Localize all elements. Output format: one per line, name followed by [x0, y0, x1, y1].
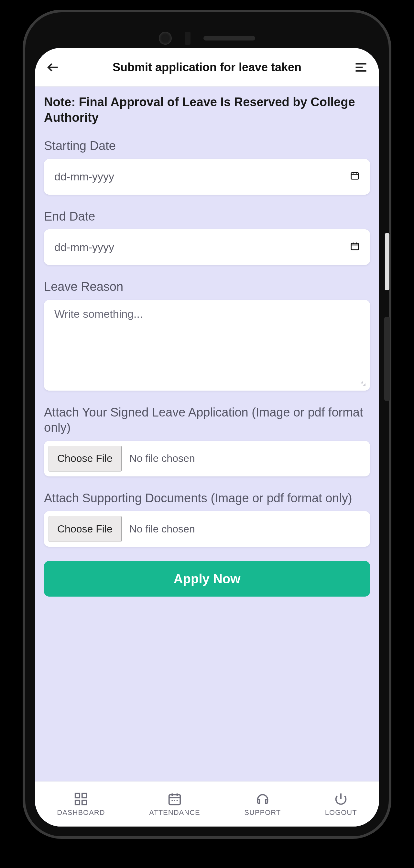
menu-icon [354, 60, 368, 74]
phone-frame: Submit application for leave taken Note:… [23, 10, 391, 839]
svg-rect-1 [351, 243, 359, 250]
choose-file-supporting-button[interactable]: Choose File [48, 516, 122, 542]
headset-icon [255, 792, 270, 806]
arrow-left-icon [46, 60, 60, 74]
form-content: Note: Final Approval of Leave Is Reserve… [35, 87, 379, 781]
field-attach-signed: Attach Your Signed Leave Application (Im… [44, 405, 370, 476]
svg-rect-6 [169, 795, 180, 805]
tab-label-logout: LOGOUT [325, 808, 357, 817]
svg-rect-4 [75, 800, 79, 804]
page-title: Submit application for leave taken [63, 61, 351, 74]
tab-support[interactable]: SUPPORT [244, 792, 281, 817]
tab-label-dashboard: DASHBOARD [57, 808, 105, 817]
label-starting-date: Starting Date [44, 138, 370, 154]
placeholder-leave-reason: Write something... [54, 308, 143, 320]
app-bar: Submit application for leave taken [35, 48, 379, 87]
field-leave-reason: Leave Reason Write something... [44, 279, 370, 391]
filebox-supporting: Choose File No file chosen [44, 511, 370, 547]
file-status-signed: No file chosen [129, 453, 195, 464]
svg-rect-5 [82, 800, 87, 804]
label-leave-reason: Leave Reason [44, 279, 370, 295]
apply-now-button[interactable]: Apply Now [44, 561, 370, 597]
label-attach-supporting: Attach Supporting Documents (Image or pd… [44, 491, 370, 506]
power-icon [334, 792, 348, 806]
bottom-nav: DASHBOARD ATTENDANCE SUPPORT LOGOUT [35, 781, 379, 827]
menu-button[interactable] [351, 58, 371, 77]
label-attach-signed: Attach Your Signed Leave Application (Im… [44, 405, 370, 436]
svg-rect-3 [82, 793, 87, 797]
tab-label-support: SUPPORT [244, 808, 281, 817]
tab-attendance[interactable]: ATTENDANCE [149, 792, 200, 817]
field-end-date: End Date dd-mm-yyyy [44, 209, 370, 265]
input-end-date[interactable]: dd-mm-yyyy [44, 229, 370, 265]
tab-logout[interactable]: LOGOUT [325, 792, 357, 817]
file-status-supporting: No file chosen [129, 523, 195, 535]
svg-rect-0 [351, 173, 359, 179]
phone-notch [159, 32, 255, 45]
back-button[interactable] [43, 58, 63, 77]
side-button-1 [384, 232, 390, 291]
placeholder-end-date: dd-mm-yyyy [54, 241, 114, 254]
grid-icon [73, 792, 88, 806]
tab-label-attendance: ATTENDANCE [149, 808, 200, 817]
svg-rect-2 [75, 793, 79, 797]
calendar-icon [167, 792, 182, 806]
screen: Submit application for leave taken Note:… [35, 48, 379, 827]
field-starting-date: Starting Date dd-mm-yyyy [44, 138, 370, 195]
calendar-icon [350, 170, 360, 183]
label-end-date: End Date [44, 209, 370, 224]
tab-dashboard[interactable]: DASHBOARD [57, 792, 105, 817]
input-starting-date[interactable]: dd-mm-yyyy [44, 159, 370, 195]
choose-file-signed-button[interactable]: Choose File [48, 446, 122, 471]
filebox-signed: Choose File No file chosen [44, 441, 370, 476]
side-button-2 [384, 317, 390, 401]
placeholder-starting-date: dd-mm-yyyy [54, 170, 114, 183]
field-attach-supporting: Attach Supporting Documents (Image or pd… [44, 491, 370, 547]
note-text: Note: Final Approval of Leave Is Reserve… [44, 95, 370, 125]
calendar-icon [350, 241, 360, 254]
textarea-leave-reason[interactable]: Write something... [44, 300, 370, 391]
